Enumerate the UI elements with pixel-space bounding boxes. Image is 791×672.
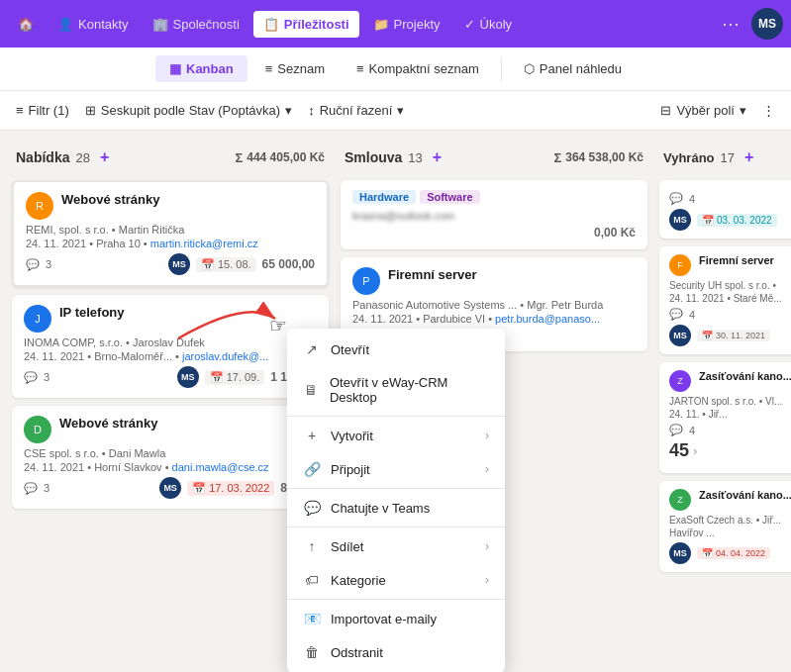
vytvorit-icon: + xyxy=(303,428,321,443)
nav-prilezitosti[interactable]: 📋 Příležitosti xyxy=(253,11,359,38)
panel-icon: ⬡ xyxy=(524,61,535,76)
menu-item-importovat[interactable]: 📧 Importovat e-maily xyxy=(287,602,505,635)
toolbar: ▦ Kanban ≡ Seznam ≡ Kompaktní seznam ⬡ P… xyxy=(0,48,791,91)
context-menu: ↗ Otevřít 🖥 Otevřít v eWay-CRM Desktop +… xyxy=(287,329,505,672)
projekty-icon: 📁 xyxy=(373,17,389,32)
prilezitosti-icon: 📋 xyxy=(263,17,279,32)
board: Nabídka 28 + Σ 444 405,00 Kč R Webové st… xyxy=(0,131,791,672)
odstranit-icon: 🗑 xyxy=(303,644,321,660)
filtr-button[interactable]: ≡ Filtr (1) xyxy=(16,103,69,118)
razeni-button[interactable]: ↕ Ruční řazení ▾ xyxy=(308,103,404,118)
menu-item-otevrit[interactable]: ↗ Otevřít xyxy=(287,333,505,366)
menu-divider-4 xyxy=(287,599,505,600)
menu-divider-2 xyxy=(287,488,505,489)
nav-projekty[interactable]: 📁 Projekty xyxy=(363,11,450,38)
teams-label: Chatujte v Teams xyxy=(331,501,430,516)
razeni-chevron: ▾ xyxy=(397,103,404,118)
menu-item-odstranit[interactable]: 🗑 Odstranit xyxy=(287,635,505,669)
menu-item-pripojit[interactable]: 🔗 Připojit › xyxy=(287,452,505,486)
menu-item-teams[interactable]: 💬 Chatujte v Teams xyxy=(287,491,505,525)
otevrit-icon: ↗ xyxy=(303,341,321,357)
vyberpoli-icon: ⊟ xyxy=(660,103,671,118)
menu-divider-1 xyxy=(287,416,505,417)
kompaktni-icon: ≡ xyxy=(356,61,364,76)
vyberpoli-chevron: ▾ xyxy=(740,103,746,118)
nav-home[interactable]: 🏠 xyxy=(8,11,44,38)
odstranit-label: Odstranit xyxy=(331,645,383,660)
desktop-label: Otevřít v eWay-CRM Desktop xyxy=(330,375,489,405)
filter-bar: ≡ Filtr (1) ⊞ Seskupit podle Stav (Poptá… xyxy=(0,91,791,131)
sdilet-label: Sdílet xyxy=(331,539,363,554)
razeni-icon: ↕ xyxy=(308,103,315,118)
kompaktni-button[interactable]: ≡ Kompaktní seznam xyxy=(343,55,493,82)
kategorie-icon: 🏷 xyxy=(303,572,321,588)
nav-kontakty[interactable]: 👤 Kontakty xyxy=(48,11,139,38)
nav-ukoly[interactable]: ✓ Úkoly xyxy=(454,11,523,38)
toolbar-divider xyxy=(501,57,502,81)
top-nav: 🏠 👤 Kontakty 🏢 Společnosti 📋 Příležitost… xyxy=(0,0,791,48)
importovat-label: Importovat e-maily xyxy=(331,612,437,626)
seskupit-icon: ⊞ xyxy=(85,103,96,118)
seskupit-chevron: ▾ xyxy=(285,103,292,118)
kontakty-icon: 👤 xyxy=(57,17,73,32)
nav-spolecnosti[interactable]: 🏢 Společnosti xyxy=(143,11,249,38)
menu-item-kategorie[interactable]: 🏷 Kategorie › xyxy=(287,563,505,597)
pripojit-arrow: › xyxy=(485,462,489,476)
panel-button[interactable]: ⬡ Panel náhledu xyxy=(510,55,636,82)
seznam-button[interactable]: ≡ Seznam xyxy=(251,55,339,82)
teams-icon: 💬 xyxy=(303,500,321,516)
seskupit-button[interactable]: ⊞ Seskupit podle Stav (Poptávka) ▾ xyxy=(85,103,292,118)
menu-divider-3 xyxy=(287,527,505,528)
user-avatar[interactable]: MS xyxy=(751,8,783,40)
sdilet-icon: ↑ xyxy=(303,538,321,554)
spolecnosti-icon: 🏢 xyxy=(152,17,168,32)
home-icon: 🏠 xyxy=(18,17,34,32)
sdilet-arrow: › xyxy=(485,539,489,553)
seznam-icon: ≡ xyxy=(265,61,273,76)
vytvorit-arrow: › xyxy=(485,429,489,442)
menu-item-sdilet[interactable]: ↑ Sdílet › xyxy=(287,529,505,563)
kategorie-arrow: › xyxy=(485,573,489,587)
kanban-button[interactable]: ▦ Kanban xyxy=(155,55,247,82)
more-options-button[interactable]: ⋮ xyxy=(762,103,775,118)
otevrit-label: Otevřít xyxy=(331,342,369,357)
vytvorit-label: Vytvořit xyxy=(331,429,373,443)
menu-item-desktop[interactable]: 🖥 Otevřít v eWay-CRM Desktop xyxy=(287,366,505,414)
kanban-icon: ▦ xyxy=(169,61,181,76)
vyberpoli-button[interactable]: ⊟ Výběr polí ▾ xyxy=(660,103,746,118)
ukoly-icon: ✓ xyxy=(464,17,475,32)
nav-more-dots[interactable]: ⋯ xyxy=(714,9,747,39)
pripojit-label: Připojit xyxy=(331,462,370,477)
pripojit-icon: 🔗 xyxy=(303,461,321,477)
importovat-icon: 📧 xyxy=(303,611,321,626)
kategorie-label: Kategorie xyxy=(331,573,386,588)
menu-item-vytvorit[interactable]: + Vytvořit › xyxy=(287,419,505,452)
desktop-icon: 🖥 xyxy=(303,382,320,398)
filtr-icon: ≡ xyxy=(16,103,24,118)
